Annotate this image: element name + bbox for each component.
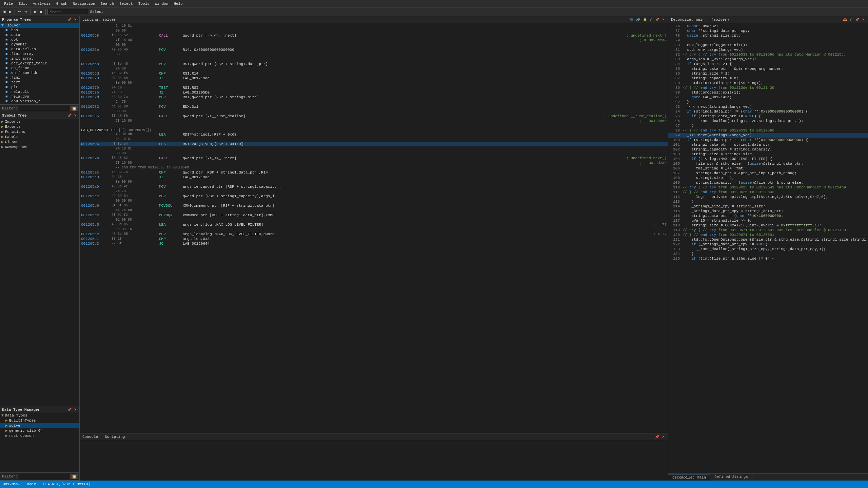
toolbar-redo[interactable]: ↪ [23, 9, 29, 15]
program-tree-item[interactable]: ■.gnu.version_r [0, 99, 79, 104]
code-line[interactable]: 97 } [668, 123, 868, 128]
asm-line[interactable]: 0012057b74 10JZLAB_001205b0 [80, 90, 668, 95]
code-line[interactable]: 123 __rust_dealloc(_string1_size_cpy,_st… [668, 247, 868, 251]
asm-line[interactable]: 00 [80, 52, 668, 57]
asm-line[interactable]: 44 24 68 [80, 208, 668, 213]
asm-line[interactable]: 00120558f5 15 52CALLqword ptr [->_<>_::n… [80, 33, 668, 38]
code-line[interactable]: 79 [668, 38, 868, 43]
menu-tools[interactable]: Tools [136, 1, 152, 6]
code-line[interactable]: 94 if (string1.data_ptr != (char **)0x80… [668, 109, 868, 114]
code-line[interactable]: 99 _<>::next(&string1,&args_vec); [668, 133, 868, 138]
program-tree-item[interactable]: ■.plt [0, 85, 79, 89]
asm-line[interactable]: dc 0a 16 [80, 227, 668, 232]
code-line[interactable]: 87 string1.capacity = 0; [668, 76, 868, 81]
code-line[interactable]: 108 string1.size = 2; [668, 176, 868, 180]
menu-edit[interactable]: Edit [16, 1, 30, 6]
code-line[interactable]: 85 string1_data_ptr = &ptr_wrong_arg_num… [668, 66, 868, 71]
code-line[interactable]: 101 string1_data_ptr = string1.data_ptr; [668, 142, 868, 147]
asm-line[interactable]: 24 70 [80, 100, 668, 104]
asm-line[interactable]: 001205a384 35JZLAB_001213de [80, 175, 668, 180]
symbol-tree-item[interactable]: ▶ Classes [0, 139, 79, 144]
data-type-item[interactable]: ▼ Data Types [0, 413, 79, 418]
code-line[interactable]: 83 args_len = _<>::len(&args_vec); [668, 57, 868, 62]
asm-line[interactable]: // end try from 00120538 to 0012059d [80, 165, 668, 170]
data-type-item[interactable]: ▶ BuiltInTypes [0, 418, 79, 423]
code-line[interactable]: 106 fmt_string = _<>::fmt; [668, 166, 868, 171]
asm-line[interactable]: 0012057001 84 68JZLAB_001213de [80, 76, 668, 81]
asm-line[interactable]: 001205ae49 89 84MOVqword ptr [RSP + stri… [80, 194, 668, 199]
code-line[interactable]: 121 std::fs::OpenOptions::open(&file_ptr… [668, 237, 868, 242]
code-line[interactable]: 113 } [668, 199, 868, 204]
code-line[interactable]: 80 env_logger::logger::init(); [668, 43, 868, 47]
program-tree-item[interactable]: ■.rela.plt [0, 89, 79, 94]
asm-line[interactable]: 24 78 [80, 189, 668, 194]
symbol-tree-item[interactable]: ▶ Labels [0, 134, 79, 139]
asm-line[interactable]: 24 10 01 [80, 24, 668, 28]
decompile-tab[interactable]: Decompile: main [668, 474, 710, 481]
program-tree-item[interactable]: ■.gcc_except_table [0, 61, 79, 66]
program-tree-item[interactable]: ■.fini [0, 75, 79, 80]
code-line[interactable]: 102 string1_capacity = string1.capacity; [668, 147, 868, 152]
menu-navigation[interactable]: Navigation [70, 1, 98, 6]
asm-line[interactable]: 0012057974 10TESTRSI,RSI [80, 85, 668, 90]
decompile-close[interactable]: ✕ [861, 17, 865, 22]
toolbar-forward[interactable]: ▶ [7, 9, 13, 15]
asm-line[interactable]: 001205d183 18CMPargs_len,0x3 [80, 237, 668, 241]
decompile-content[interactable]: 76 ushort uVar32;77 char **string1_data_… [668, 23, 868, 473]
asm-line[interactable]: 7f 16 00; = 0028d2a0 [80, 161, 668, 165]
asm-line[interactable]: 8e 00 00 [80, 81, 668, 85]
program-tree-item[interactable]: ■.init_array [0, 56, 79, 61]
code-line[interactable]: 110// try { // try from 00120625 to 0012… [668, 185, 868, 190]
program-trees-filter-btn[interactable]: 🔽 [71, 106, 78, 111]
decompile-export[interactable]: 📤 [842, 17, 848, 22]
symbol-tree-item[interactable]: ▶ Imports [0, 119, 79, 124]
asm-line[interactable]: 48 8d 8bLEARDI=>string1,[RSP + 0x68] [80, 132, 668, 137]
program-tree-item[interactable]: ■.fini_array [0, 52, 79, 56]
toolbar-undo[interactable]: ↩ [17, 9, 22, 15]
code-line[interactable]: 78 usize _string1_size_cpy; [668, 33, 868, 38]
listing-pin[interactable]: 📌 [654, 17, 660, 22]
asm-line[interactable]: 24 10 01 [80, 137, 668, 142]
asm-line[interactable]: 24 68 [80, 66, 668, 71]
code-line[interactable]: 96 __rust_dealloc(string1.size,string1.d… [668, 119, 868, 123]
asm-line[interactable]: 00 00 [80, 109, 668, 114]
asm-line[interactable]: 0012056d4c 39 f6CMPRSI,R14 [80, 71, 668, 76]
console-content[interactable] [80, 440, 668, 481]
code-line[interactable]: 86 string1.size = 1; [668, 71, 868, 76]
menu-window[interactable]: Window [152, 1, 171, 6]
asm-line[interactable]: 00 00 [80, 151, 668, 156]
asm-line[interactable] [80, 57, 668, 62]
symbol-tree-item[interactable]: ▶ Namespaces [0, 144, 79, 149]
asm-line[interactable]: 0012057d48 8b 7cMOVRDI,qword ptr [RSP + … [80, 95, 668, 100]
asm-line[interactable]: 8e 00 00 [80, 180, 668, 184]
asm-line[interactable]: 0012055e49 8b 46MOVR14,-0x80000000000000… [80, 47, 668, 52]
code-line[interactable]: 112 log::__private_api::log_impl(&string… [668, 195, 868, 199]
program-tree-item[interactable]: ■.data [0, 33, 79, 37]
decompile-tab[interactable]: Defined Strings [710, 474, 752, 481]
code-line[interactable]: 116 string1.data_ptr = (char **)0x106000… [668, 214, 868, 218]
menu-help[interactable]: Help [171, 1, 185, 6]
data-type-item[interactable]: ▶ solver [0, 423, 79, 428]
code-line[interactable]: 117 uVar15 = string1.size >> 0; [668, 218, 868, 223]
data-type-close[interactable]: ✕ [73, 407, 77, 412]
listing-sync[interactable]: ⇄ [649, 17, 653, 22]
asm-line[interactable]: 7f 16 00; = 00122860 [80, 119, 668, 123]
listing-snapshot[interactable]: 📷 [629, 17, 634, 22]
asm-line[interactable]: 01 00 00 [80, 218, 668, 222]
asm-line[interactable]: 7f 16 00; = 0028d2a0 [80, 38, 668, 43]
data-type-pin[interactable]: 📌 [67, 407, 72, 412]
asm-line[interactable]: 001205c548 8d 05LEAargs_len,[log::MAX_LO… [80, 222, 668, 227]
menu-graph[interactable]: Graph [54, 1, 70, 6]
code-line[interactable]: 122 if (_string1_data_ptr_cpy != NULL) { [668, 242, 868, 247]
code-line[interactable]: 77 char **string1_data_ptr_cpy; [668, 28, 868, 33]
listing-content[interactable]: 24 10 01 00 0000120558f5 15 52CALLqword … [80, 23, 668, 433]
asm-line[interactable]: 001205bc6f 01 f2MOVDQAxmmword ptr [RSP +… [80, 213, 668, 218]
program-trees-filter[interactable] [19, 106, 69, 111]
program-trees-close[interactable]: ✕ [73, 17, 77, 22]
program-tree-item[interactable]: ■.eh_frame_hdr [0, 70, 79, 75]
symbol-tree-pin[interactable]: 📌 [67, 113, 72, 118]
asm-line[interactable]: 00 00 [80, 43, 668, 47]
symbol-tree-item[interactable]: ▶ Exports [0, 124, 79, 129]
console-close[interactable]: ✕ [661, 434, 665, 439]
code-line[interactable]: 115 _string1_data_ptr_cpy = string1_data… [668, 209, 868, 214]
